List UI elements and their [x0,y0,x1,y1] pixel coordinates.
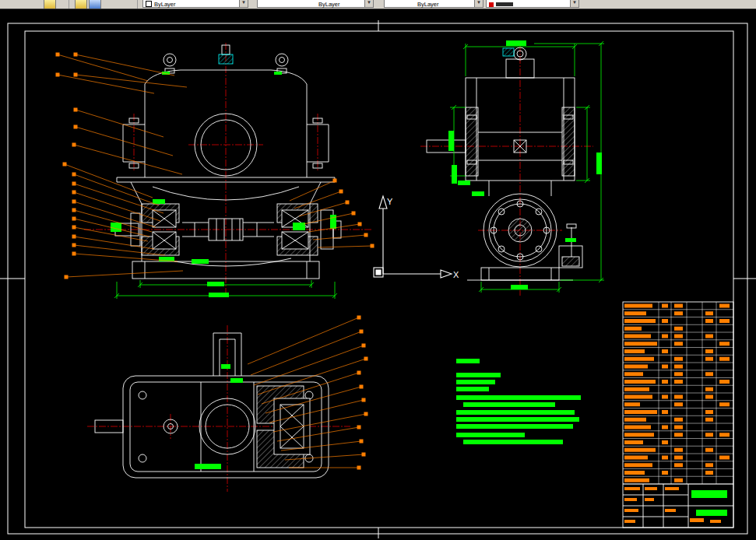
model-space-canvas[interactable]: Y X [0,0,756,540]
color-dropdown[interactable]: ByLayer ▼ [142,0,248,8]
ucs-x-label: X [453,270,459,279]
color-value: ByLayer [154,1,176,8]
toolbar-separator [69,0,69,9]
ucs-icon: Y X [374,196,459,279]
chevron-down-icon[interactable]: ▼ [570,0,578,7]
chevron-down-icon[interactable]: ▼ [474,0,483,7]
plotstyle-label-bar [496,2,513,6]
linetype-value: ByLayer [318,1,340,8]
side-breather-plug [503,48,514,56]
parts-table [623,302,733,484]
chevron-down-icon[interactable]: ▼ [239,0,248,7]
cad-application-window: ByLayer ▼ ByLayer ▼ ByLayer ▼ ▼ [0,0,756,540]
breather-plug [219,54,233,64]
toolbar-separator [137,0,138,9]
sheet-frame [0,20,756,538]
front-section-view [84,43,372,299]
lineweight-value: ByLayer [417,1,439,8]
properties-toolbar: ByLayer ▼ ByLayer ▼ ByLayer ▼ ▼ [0,0,756,9]
plotstyle-swatch [489,2,494,7]
lineweight-dropdown[interactable]: ByLayer ▼ [384,0,483,8]
layer-states-icon[interactable] [75,0,87,9]
plotstyle-dropdown[interactable]: ▼ [486,0,579,8]
color-swatch [146,1,152,7]
layers-icon[interactable] [44,0,56,9]
linetype-dropdown[interactable]: ByLayer ▼ [257,0,374,8]
chevron-down-icon[interactable]: ▼ [364,0,373,7]
side-view [420,41,604,296]
ucs-y-label: Y [387,197,393,206]
layer-previous-icon[interactable] [89,0,101,9]
